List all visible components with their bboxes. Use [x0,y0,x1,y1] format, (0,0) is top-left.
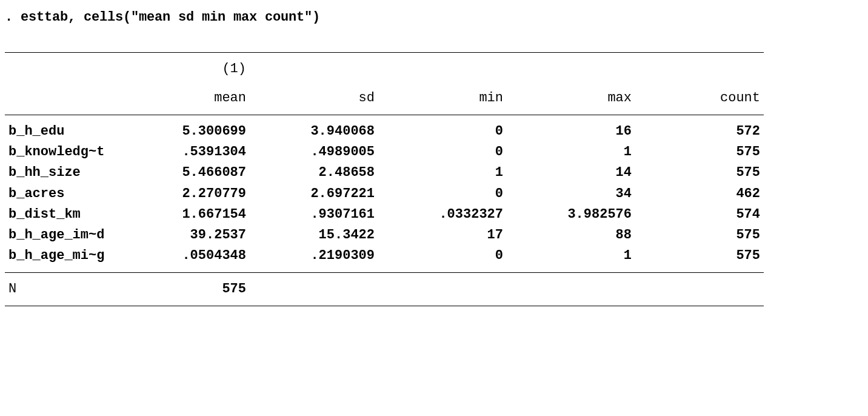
row-min: 0 [378,115,507,143]
row-name: b_hh_size [5,163,121,183]
n-value: 575 [121,272,250,306]
header-count: count [635,88,764,115]
row-sd: .2190309 [250,246,378,273]
table-row: b_hh_size 5.466087 2.48658 1 14 575 [5,163,764,183]
row-mean: .5391304 [121,142,250,163]
row-sd: .4989005 [250,142,378,163]
row-min: .0332327 [378,204,507,225]
row-name: b_h_age_mi~g [5,246,121,273]
model-label-spacer [5,53,121,80]
row-sd: 2.48658 [250,163,378,183]
row-max: 1 [507,246,635,273]
row-sd: 2.697221 [250,184,378,204]
row-mean: .0504348 [121,246,250,273]
row-min: 17 [378,225,507,246]
row-name: b_dist_km [5,204,121,225]
row-mean: 5.466087 [121,163,250,183]
table-row: b_knowledg~t .5391304 .4989005 0 1 575 [5,142,764,163]
row-count: 575 [635,163,764,183]
row-count: 575 [635,142,764,163]
row-count: 575 [635,225,764,246]
row-mean: 5.300699 [121,115,250,143]
row-min: 0 [378,184,507,204]
row-count: 575 [635,246,764,273]
row-mean: 39.2537 [121,225,250,246]
table-row: b_h_edu 5.300699 3.940068 0 16 572 [5,115,764,143]
row-max: 34 [507,184,635,204]
row-max: 14 [507,163,635,183]
row-name: b_h_edu [5,115,121,143]
row-name: b_knowledg~t [5,142,121,163]
row-sd: 3.940068 [250,115,378,143]
row-max: 3.982576 [507,204,635,225]
row-mean: 2.270779 [121,184,250,204]
row-sd: 15.3422 [250,225,378,246]
table-row: b_dist_km 1.667154 .9307161 .0332327 3.9… [5,204,764,225]
header-varname [5,88,121,115]
row-min: 1 [378,163,507,183]
header-sd: sd [250,88,378,115]
table-row: b_h_age_im~d 39.2537 15.3422 17 88 575 [5,225,764,246]
stats-table: (1) mean sd min max count b_h_edu 5.3006… [5,52,764,306]
row-count: 462 [635,184,764,204]
row-name: b_acres [5,184,121,204]
row-mean: 1.667154 [121,204,250,225]
row-max: 16 [507,115,635,143]
header-mean: mean [121,88,250,115]
header-max: max [507,88,635,115]
command-line: . esttab, cells("mean sd min max count") [5,7,863,28]
model-label: (1) [121,53,250,80]
footer-row: N 575 [5,272,764,306]
row-sd: .9307161 [250,204,378,225]
n-label: N [5,272,121,306]
table-row: b_acres 2.270779 2.697221 0 34 462 [5,184,764,204]
row-min: 0 [378,142,507,163]
row-count: 574 [635,204,764,225]
row-name: b_h_age_im~d [5,225,121,246]
row-min: 0 [378,246,507,273]
row-max: 1 [507,142,635,163]
table-row: b_h_age_mi~g .0504348 .2190309 0 1 575 [5,246,764,273]
row-count: 572 [635,115,764,143]
header-min: min [378,88,507,115]
row-max: 88 [507,225,635,246]
